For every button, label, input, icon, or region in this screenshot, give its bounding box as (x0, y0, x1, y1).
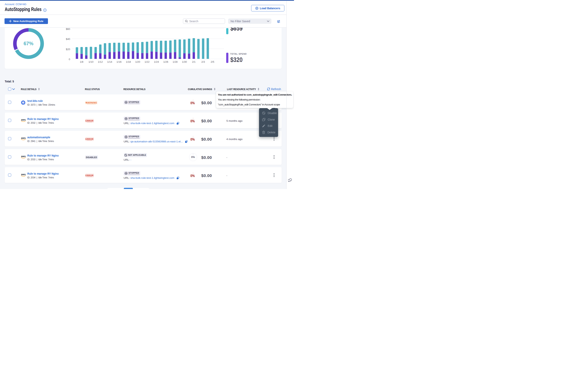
svg-text:aws: aws (21, 137, 26, 139)
svg-text:67%: 67% (23, 41, 33, 46)
svg-text:1/12: 1/12 (98, 60, 103, 63)
svg-text:1/8: 1/8 (80, 60, 83, 63)
svg-text:2/1: 2/1 (192, 60, 195, 63)
svg-text:1/26: 1/26 (163, 60, 168, 63)
svg-text:2/3: 2/3 (202, 60, 205, 63)
svg-text:1/20: 1/20 (135, 60, 140, 63)
svg-text:2/5: 2/5 (211, 60, 214, 63)
svg-text:aws: aws (21, 118, 26, 121)
svg-text:$60: $60 (66, 28, 70, 30)
svg-text:1/18: 1/18 (126, 60, 131, 63)
svg-text:$20: $20 (66, 48, 70, 51)
svg-text:1/30: 1/30 (182, 60, 187, 63)
svg-text:1/14: 1/14 (107, 60, 112, 63)
svg-text:aws: aws (21, 173, 26, 176)
svg-text:1/16: 1/16 (116, 60, 121, 63)
svg-text:aws: aws (21, 155, 26, 158)
svg-text:$40: $40 (66, 38, 70, 40)
svg-text:1/24: 1/24 (154, 60, 159, 63)
svg-text:1/28: 1/28 (173, 60, 178, 63)
svg-text:0: 0 (69, 58, 70, 61)
svg-text:1/22: 1/22 (145, 60, 150, 63)
svg-text:1/10: 1/10 (89, 60, 93, 63)
